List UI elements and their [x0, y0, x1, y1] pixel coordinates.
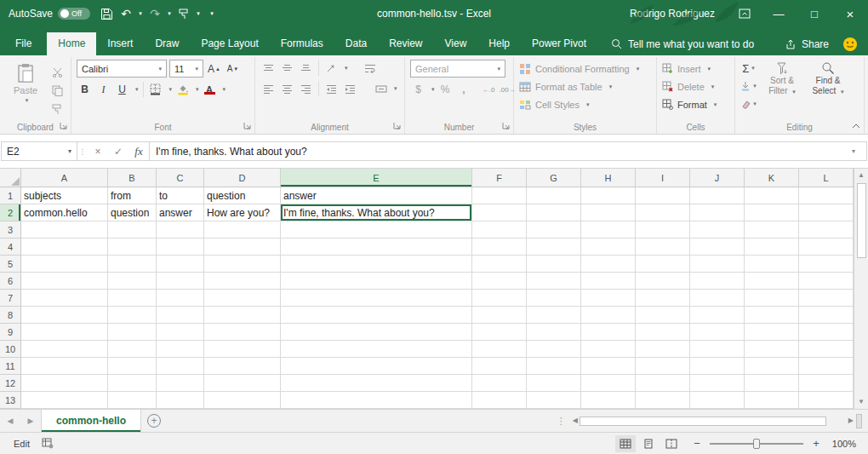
cell-B10[interactable]: [108, 341, 157, 358]
horizontal-split-handle[interactable]: [856, 414, 862, 428]
align-top-button[interactable]: [260, 60, 277, 77]
cell-D3[interactable]: [204, 221, 281, 238]
cell-B13[interactable]: [108, 392, 157, 409]
cell-A9[interactable]: [21, 324, 108, 341]
cell-I11[interactable]: [636, 358, 690, 375]
cell-E11[interactable]: [281, 358, 472, 375]
cell-B6[interactable]: [108, 273, 157, 290]
cell-F12[interactable]: [472, 375, 527, 392]
column-header-G[interactable]: G: [527, 169, 581, 187]
cell-K7[interactable]: [745, 290, 799, 307]
cell-J6[interactable]: [690, 273, 745, 290]
wrap-text-button[interactable]: [363, 60, 379, 77]
align-center-button[interactable]: [279, 80, 295, 97]
cell-C3[interactable]: [157, 221, 204, 238]
enter-button[interactable]: ✓: [108, 141, 128, 161]
italic-button[interactable]: I: [95, 81, 111, 98]
cell-G2[interactable]: [527, 204, 581, 221]
cell-E13[interactable]: [281, 392, 472, 409]
autosave-toggle[interactable]: AutoSave Off: [9, 8, 90, 20]
cell-C9[interactable]: [157, 324, 204, 341]
tab-review[interactable]: Review: [378, 32, 433, 55]
cell-L8[interactable]: [799, 307, 854, 324]
cell-G5[interactable]: [527, 256, 581, 273]
cell-J4[interactable]: [690, 238, 745, 256]
cell-E5[interactable]: [281, 256, 472, 273]
formula-input[interactable]: I'm fine, thanks. What about you? ▾: [149, 141, 867, 161]
accounting-format-dropdown[interactable]: ▾: [431, 86, 435, 93]
cell-D9[interactable]: [204, 324, 281, 341]
cell-E8[interactable]: [281, 307, 472, 324]
format-cells-button[interactable]: Format ▾: [662, 95, 729, 113]
cell-K3[interactable]: [745, 221, 799, 238]
cell-C2[interactable]: answer: [157, 204, 204, 221]
cell-B2[interactable]: question: [108, 204, 157, 221]
cell-L4[interactable]: [799, 238, 854, 256]
cancel-button[interactable]: ×: [88, 141, 108, 161]
cell-J12[interactable]: [690, 375, 745, 392]
align-bottom-button[interactable]: [298, 60, 314, 77]
scroll-up-arrow[interactable]: ▲: [858, 171, 865, 180]
cell-H6[interactable]: [581, 273, 636, 290]
macro-record-button[interactable]: [42, 438, 54, 449]
vertical-scrollbar[interactable]: ▲ ▼: [854, 169, 868, 409]
insert-function-button[interactable]: fx: [128, 141, 149, 161]
cell-styles-button[interactable]: Cell Styles ▾: [519, 95, 651, 113]
cell-A12[interactable]: [21, 375, 108, 392]
cell-J1[interactable]: [690, 187, 745, 204]
cell-I13[interactable]: [636, 392, 690, 409]
cell-G8[interactable]: [527, 307, 581, 324]
cell-C8[interactable]: [157, 307, 204, 324]
increase-decimal-button[interactable]: ←.0: [481, 81, 497, 98]
cell-F6[interactable]: [472, 273, 527, 290]
paste-dropdown[interactable]: ▾: [26, 97, 29, 104]
zoom-slider[interactable]: [710, 443, 803, 445]
cell-F10[interactable]: [472, 341, 527, 358]
row-header-5[interactable]: 5: [0, 256, 21, 273]
cell-L7[interactable]: [799, 290, 854, 307]
feedback-smiley-button[interactable]: [842, 37, 858, 52]
view-normal-button[interactable]: [615, 435, 636, 452]
cell-J2[interactable]: [690, 204, 745, 221]
redo-dropdown[interactable]: ▾: [166, 10, 173, 17]
accounting-format-button[interactable]: $: [410, 81, 426, 98]
align-left-button[interactable]: [260, 80, 277, 97]
column-header-D[interactable]: D: [204, 169, 281, 187]
cell-K2[interactable]: [745, 204, 799, 221]
column-header-F[interactable]: F: [472, 169, 527, 187]
cell-D8[interactable]: [204, 307, 281, 324]
increase-font-size-button[interactable]: A▲: [206, 60, 222, 78]
cell-L2[interactable]: [799, 204, 854, 221]
font-dialog-launcher[interactable]: [243, 122, 252, 130]
cell-E7[interactable]: [281, 290, 472, 307]
fill-color-button[interactable]: [174, 81, 191, 98]
tab-view[interactable]: View: [434, 32, 478, 55]
cell-E4[interactable]: [281, 238, 472, 256]
increase-indent-button[interactable]: [342, 80, 358, 97]
cell-A4[interactable]: [21, 238, 108, 256]
cell-D10[interactable]: [204, 341, 281, 358]
cell-F13[interactable]: [472, 392, 527, 409]
cell-D4[interactable]: [204, 238, 281, 256]
cell-H11[interactable]: [581, 358, 636, 375]
column-header-J[interactable]: J: [690, 169, 745, 187]
new-sheet-button[interactable]: +: [141, 410, 167, 432]
cell-H4[interactable]: [581, 238, 636, 256]
cell-H1[interactable]: [581, 187, 636, 204]
row-header-1[interactable]: 1: [0, 187, 21, 204]
cell-A3[interactable]: [21, 221, 108, 238]
share-button[interactable]: Share: [785, 38, 829, 50]
cell-I12[interactable]: [636, 375, 690, 392]
horizontal-scrollbar-track[interactable]: [578, 416, 848, 427]
cell-D1[interactable]: question: [204, 187, 281, 204]
close-button[interactable]: ×: [832, 0, 868, 27]
cell-I6[interactable]: [636, 273, 690, 290]
cell-F9[interactable]: [472, 324, 527, 341]
cell-G12[interactable]: [527, 375, 581, 392]
decrease-indent-button[interactable]: [323, 80, 340, 97]
zoom-slider-thumb[interactable]: [753, 439, 760, 449]
cell-L11[interactable]: [799, 358, 854, 375]
formula-bar-handle[interactable]: ⋮: [77, 141, 88, 161]
cell-D11[interactable]: [204, 358, 281, 375]
cell-J7[interactable]: [690, 290, 745, 307]
